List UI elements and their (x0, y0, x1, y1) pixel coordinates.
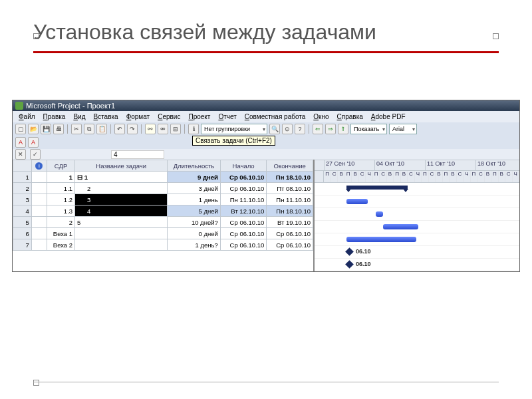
info-cell[interactable] (31, 172, 47, 183)
task-bar[interactable] (383, 224, 418, 229)
column-header[interactable]: Окончание (267, 160, 313, 172)
gantt-row[interactable] (315, 221, 519, 233)
task-row[interactable]: 21.123 днейСр 06.10.10Пт 08.10.10 (13, 183, 313, 194)
duration-cell[interactable]: 9 дней (168, 172, 221, 183)
finish-cell[interactable]: Пн 18.10.10 (267, 172, 313, 183)
info-cell[interactable] (31, 183, 47, 194)
link-tasks-icon[interactable]: ⚯ (145, 124, 156, 134)
finish-cell[interactable]: Пн 18.10.10 (267, 205, 313, 217)
info-cell[interactable] (31, 228, 47, 239)
task-bar[interactable] (346, 199, 368, 204)
gantt-row[interactable] (315, 196, 519, 208)
zoom-icon[interactable]: 🔍 (269, 124, 280, 134)
finish-cell[interactable]: Вт 19.10.10 (267, 217, 313, 228)
menu-item[interactable]: Отчет (215, 112, 239, 121)
split-task-icon[interactable]: ⊟ (170, 124, 181, 134)
wbs-cell[interactable]: 1.1 (47, 183, 75, 194)
pdf-icon[interactable]: A (15, 137, 26, 148)
task-name-cell[interactable]: 4 (75, 205, 168, 217)
undo-icon[interactable]: ↶ (114, 124, 125, 134)
menu-item[interactable]: Правка (40, 112, 69, 121)
menu-item[interactable]: Справка (334, 112, 366, 121)
wbs-cell[interactable]: 2 (47, 217, 75, 228)
task-row[interactable]: 41.345 днейВт 12.10.10Пн 18.10.10 (13, 205, 313, 217)
menu-item[interactable]: Совместная работа (241, 112, 309, 121)
menu-item[interactable]: Adobe PDF (368, 112, 409, 121)
start-cell[interactable]: Ср 06.10.10 (220, 228, 267, 239)
info-cell[interactable] (31, 205, 47, 217)
duration-cell[interactable]: 3 дней (168, 183, 221, 194)
task-row[interactable]: 6Веха 10 днейСр 06.10.10Ср 06.10.10 (13, 228, 313, 239)
paste-icon[interactable]: 📋 (96, 124, 107, 134)
duration-cell[interactable]: 1 день? (168, 239, 221, 251)
show-combo[interactable]: Показать (350, 124, 387, 134)
column-header[interactable] (13, 160, 32, 172)
task-row[interactable]: 31.231 деньПн 11.10.10Пн 11.10.10 (13, 194, 313, 205)
task-name-cell[interactable]: 3 (75, 194, 168, 205)
menu-item[interactable]: Файл (15, 112, 39, 121)
task-name-cell[interactable]: 2 (75, 183, 168, 194)
wbs-cell[interactable]: Веха 2 (47, 239, 75, 251)
group-filter-combo[interactable]: Нет группировки (201, 124, 267, 134)
duration-cell[interactable]: 1 день (168, 194, 221, 205)
task-name-cell[interactable] (75, 228, 168, 239)
help-icon[interactable]: ? (295, 124, 305, 134)
menu-item[interactable]: Вставка (90, 112, 121, 121)
gantt-row[interactable]: 06.10 (315, 259, 519, 271)
finish-cell[interactable]: Пн 11.10.10 (267, 194, 313, 205)
gantt-row[interactable] (315, 183, 519, 196)
next-icon[interactable]: ⇒ (325, 124, 336, 134)
accept-icon[interactable]: ✓ (30, 149, 41, 160)
redo-icon[interactable]: ↷ (127, 124, 138, 134)
duration-cell[interactable]: 0 дней (168, 228, 221, 239)
formula-input[interactable] (111, 150, 164, 159)
pdf-attach-icon[interactable]: A (28, 137, 39, 148)
start-cell[interactable]: Ср 06.10.10 (220, 217, 267, 228)
new-icon[interactable]: ▢ (15, 124, 26, 134)
start-cell[interactable]: Вт 12.10.10 (220, 205, 267, 217)
row-number[interactable]: 1 (13, 172, 32, 183)
start-cell[interactable]: Пн 11.10.10 (220, 194, 267, 205)
font-combo[interactable]: Arial (389, 124, 417, 134)
column-header[interactable]: СДР (47, 160, 75, 172)
wbs-cell[interactable]: 1.3 (47, 205, 75, 217)
column-header[interactable]: Длительность (168, 160, 221, 172)
row-number[interactable]: 2 (13, 183, 32, 194)
task-row[interactable]: 52510 дней?Ср 06.10.10Вт 19.10.10 (13, 217, 313, 228)
gantt-row[interactable] (315, 208, 519, 221)
task-name-cell[interactable] (75, 239, 168, 251)
info-cell[interactable] (31, 194, 47, 205)
gantt-chart[interactable]: 27 Сен '1004 Окт '1011 Окт '1018 Окт '10… (315, 160, 519, 271)
menu-item[interactable]: Проект (185, 112, 213, 121)
unlink-tasks-icon[interactable]: ⚮ (158, 124, 168, 134)
wbs-cell[interactable]: 1.2 (47, 194, 75, 205)
milestone-marker[interactable] (345, 247, 354, 256)
task-grid[interactable]: iСДРНазвание задачиДлительностьНачалоОко… (13, 160, 315, 271)
row-number[interactable]: 3 (13, 194, 32, 205)
info-cell[interactable] (31, 217, 47, 228)
goto-icon[interactable]: ⊙ (282, 124, 293, 134)
info-icon[interactable]: ℹ (188, 124, 199, 134)
column-header[interactable]: i (31, 160, 47, 172)
duration-cell[interactable]: 5 дней (168, 205, 221, 217)
task-bar[interactable] (376, 211, 383, 217)
duration-cell[interactable]: 10 дней? (168, 217, 221, 228)
task-row[interactable]: 11⊟ 19 днейСр 06.10.10Пн 18.10.10 (13, 172, 313, 183)
task-bar[interactable] (346, 237, 416, 242)
wbs-cell[interactable]: Веха 1 (47, 228, 75, 239)
menu-item[interactable]: Сервис (154, 112, 184, 121)
row-number[interactable]: 6 (13, 228, 32, 239)
info-cell[interactable] (31, 239, 47, 251)
row-number[interactable]: 5 (13, 217, 32, 228)
start-cell[interactable]: Ср 06.10.10 (220, 183, 267, 194)
start-cell[interactable]: Ср 06.10.10 (220, 239, 267, 251)
cancel-icon[interactable]: ✕ (15, 149, 26, 160)
up-icon[interactable]: ⇑ (338, 124, 348, 134)
menu-item[interactable]: Окно (310, 112, 332, 121)
open-icon[interactable]: 📂 (28, 124, 39, 134)
finish-cell[interactable]: Ср 06.10.10 (267, 239, 313, 251)
task-name-cell[interactable]: 5 (75, 217, 168, 228)
cut-icon[interactable]: ✂ (71, 124, 82, 134)
prev-icon[interactable]: ⇐ (313, 124, 323, 134)
task-name-cell[interactable]: ⊟ 1 (75, 172, 168, 183)
